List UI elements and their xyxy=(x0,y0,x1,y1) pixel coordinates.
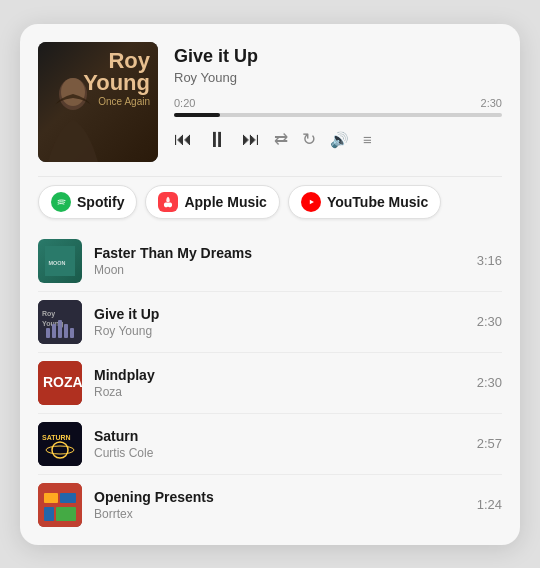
svg-rect-12 xyxy=(58,320,62,338)
service-tabs: Spotify Apple Music YouTube Music xyxy=(38,185,502,219)
svg-rect-13 xyxy=(64,324,68,338)
track-thumbnail-3: SATURN xyxy=(38,422,82,466)
song-artist-3: Curtis Cole xyxy=(94,446,465,460)
track-thumbnail-0: MOON xyxy=(38,239,82,283)
song-duration-4: 1:24 xyxy=(477,497,502,512)
play-pause-button[interactable]: ⏸ xyxy=(206,127,228,153)
track-artist: Roy Young xyxy=(174,70,502,85)
track-thumbnail-4 xyxy=(38,483,82,527)
song-title-0: Faster Than My Dreams xyxy=(94,245,465,261)
apple-music-tab[interactable]: Apple Music xyxy=(145,185,279,219)
song-artist-1: Roy Young xyxy=(94,324,465,338)
svg-text:ROZA: ROZA xyxy=(43,374,82,390)
now-playing-section: Roy Young Once Again Give it Up Roy Youn… xyxy=(38,42,502,162)
divider xyxy=(38,176,502,177)
playlist: MOON Faster Than My Dreams Moon 3:16 Roy… xyxy=(38,231,502,535)
track-thumbnail-2: ROZA xyxy=(38,361,82,405)
volume-button[interactable]: 🔊 xyxy=(330,131,349,149)
next-button[interactable]: ⏭ xyxy=(242,129,260,150)
svg-rect-22 xyxy=(44,493,58,503)
apple-music-icon xyxy=(158,192,178,212)
song-title-1: Give it Up xyxy=(94,306,465,322)
playlist-item[interactable]: SATURN Saturn Curtis Cole 2:57 xyxy=(38,414,502,475)
total-time: 2:30 xyxy=(481,97,502,109)
svg-rect-25 xyxy=(56,507,76,521)
playlist-item[interactable]: MOON Faster Than My Dreams Moon 3:16 xyxy=(38,231,502,292)
spotify-icon xyxy=(51,192,71,212)
svg-rect-11 xyxy=(52,324,56,338)
progress-bar-track[interactable] xyxy=(174,113,502,117)
youtube-music-icon xyxy=(301,192,321,212)
svg-rect-10 xyxy=(46,328,50,338)
track-info-4: Opening Presents Borrtex xyxy=(94,489,465,521)
song-duration-0: 3:16 xyxy=(477,253,502,268)
song-title-4: Opening Presents xyxy=(94,489,465,505)
song-artist-0: Moon xyxy=(94,263,465,277)
svg-rect-14 xyxy=(70,328,74,338)
song-title-3: Saturn xyxy=(94,428,465,444)
youtube-music-tab[interactable]: YouTube Music xyxy=(288,185,441,219)
playlist-item[interactable]: RoyYoung Give it Up Roy Young 2:30 xyxy=(38,292,502,353)
playback-controls: ⏮ ⏸ ⏭ ⇄ ↻ 🔊 ≡ xyxy=(174,127,502,153)
youtube-music-label: YouTube Music xyxy=(327,194,428,210)
song-duration-3: 2:57 xyxy=(477,436,502,451)
playlist-item[interactable]: ROZA Mindplay Roza 2:30 xyxy=(38,353,502,414)
track-info-2: Mindplay Roza xyxy=(94,367,465,399)
song-artist-4: Borrtex xyxy=(94,507,465,521)
track-info-3: Saturn Curtis Cole xyxy=(94,428,465,460)
song-artist-2: Roza xyxy=(94,385,465,399)
current-time: 0:20 xyxy=(174,97,195,109)
track-info-0: Faster Than My Dreams Moon xyxy=(94,245,465,277)
song-duration-1: 2:30 xyxy=(477,314,502,329)
prev-button[interactable]: ⏮ xyxy=(174,129,192,150)
shuffle-button[interactable]: ⇄ xyxy=(274,129,288,150)
track-info: Give it Up Roy Young 0:20 2:30 ⏮ ⏸ ⏭ ⇄ ↻… xyxy=(174,42,502,153)
repeat-button[interactable]: ↻ xyxy=(302,129,316,150)
progress-area[interactable]: 0:20 2:30 xyxy=(174,97,502,117)
song-title-2: Mindplay xyxy=(94,367,465,383)
track-title: Give it Up xyxy=(174,46,502,67)
svg-rect-23 xyxy=(60,493,76,503)
spotify-label: Spotify xyxy=(77,194,124,210)
spotify-tab[interactable]: Spotify xyxy=(38,185,137,219)
svg-rect-17 xyxy=(38,422,82,466)
apple-music-label: Apple Music xyxy=(184,194,266,210)
playlist-item[interactable]: Opening Presents Borrtex 1:24 xyxy=(38,475,502,535)
svg-text:Roy: Roy xyxy=(42,310,55,318)
music-player-card: Roy Young Once Again Give it Up Roy Youn… xyxy=(20,24,520,545)
album-art: Roy Young Once Again xyxy=(38,42,158,162)
song-duration-2: 2:30 xyxy=(477,375,502,390)
queue-button[interactable]: ≡ xyxy=(363,131,372,148)
svg-text:SATURN: SATURN xyxy=(42,434,71,441)
track-thumbnail-1: RoyYoung xyxy=(38,300,82,344)
progress-bar-fill xyxy=(174,113,220,117)
svg-rect-24 xyxy=(44,507,54,521)
svg-point-1 xyxy=(61,78,85,106)
track-info-1: Give it Up Roy Young xyxy=(94,306,465,338)
svg-text:MOON: MOON xyxy=(48,260,65,266)
